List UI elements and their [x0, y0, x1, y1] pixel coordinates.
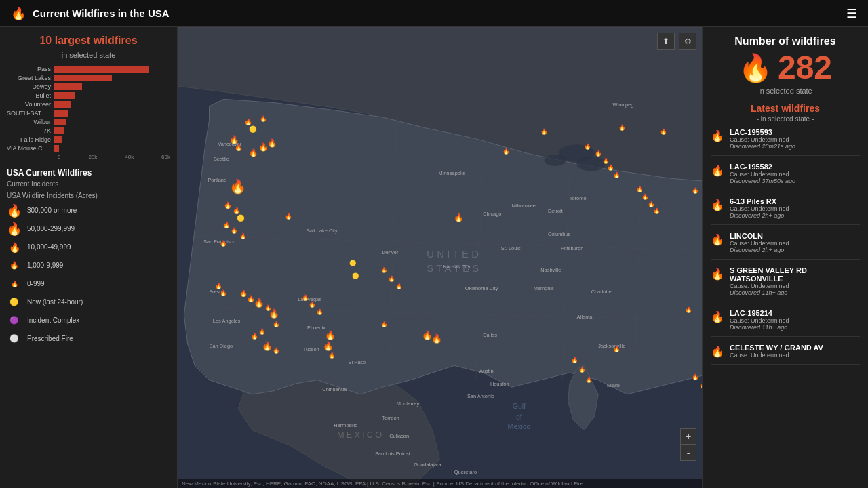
bar-row: Great Lakes — [7, 75, 170, 81]
svg-text:Torreon: Torreon — [382, 415, 399, 421]
wildfire-item[interactable]: 🔥S GREEN VALLEY RD WATSONVILLECause: Und… — [711, 266, 860, 302]
legend-icon: 🔥 — [7, 203, 22, 218]
wildfire-name: LINCOLN — [730, 232, 860, 240]
svg-text:🔥: 🔥 — [636, 186, 644, 193]
wildfire-item[interactable]: 🔥LAC-195214Cause: UndeterminedDiscovered… — [711, 309, 860, 337]
wildfire-fire-icon: 🔥 — [711, 199, 724, 211]
legend-item: 🟡New (last 24-hour) — [7, 295, 170, 310]
fire-icon: 🔥 — [11, 6, 26, 21]
wildfire-item[interactable]: 🔥LAC-195593Cause: UndeterminedDiscovered… — [711, 128, 860, 156]
incidents-subtitle: USA Wildfire Incidents (Acres) — [7, 192, 170, 199]
svg-text:🟡: 🟡 — [352, 272, 359, 280]
bar-row: VIA Mouse Ck be — [7, 145, 170, 152]
legend-label: 300,000 or more — [27, 207, 77, 214]
settings-button[interactable]: ⚙ — [679, 33, 696, 50]
legend-icon: 🔥 — [7, 258, 22, 273]
svg-text:Salt Lake City: Salt Lake City — [307, 228, 338, 234]
wildfire-count-state: in selected state — [711, 87, 860, 95]
svg-text:🔥: 🔥 — [578, 366, 586, 373]
svg-text:Minneapolis: Minneapolis — [438, 170, 465, 176]
wildfire-count-number: 🔥 282 — [711, 52, 860, 84]
legend-item: 🔥300,000 or more — [7, 203, 170, 218]
legend-item: 🔥0-999 — [7, 277, 170, 291]
svg-text:San Diego: San Diego — [210, 343, 233, 349]
svg-text:🔥: 🔥 — [395, 283, 403, 290]
wildfire-item[interactable]: 🔥6-13 Piles RXCause: UndeterminedDiscove… — [711, 197, 860, 225]
wildfire-time: Discovered 2h+ ago — [730, 247, 860, 253]
svg-text:Charlotte: Charlotte — [591, 289, 612, 295]
svg-text:San Antonio: San Antonio — [467, 393, 494, 399]
wildfire-info: LINCOLNCause: UndeterminedDiscovered 2h+… — [730, 232, 860, 253]
svg-text:Seattle: Seattle — [214, 156, 229, 162]
wildfire-fire-icon: 🔥 — [711, 268, 724, 281]
svg-text:🔥: 🔥 — [584, 143, 591, 150]
bar-label: Falls Ridge — [7, 136, 54, 143]
svg-text:🔥: 🔥 — [653, 207, 660, 215]
svg-text:🔥: 🔥 — [692, 187, 699, 195]
svg-text:Miami: Miami — [607, 382, 620, 388]
svg-text:🟡: 🟡 — [349, 260, 357, 267]
svg-text:Hermosillo: Hermosillo — [334, 422, 357, 428]
svg-text:🔥: 🔥 — [260, 115, 267, 123]
wildfire-item[interactable]: 🔥LAC-195582Cause: UndeterminedDiscovered… — [711, 163, 860, 190]
legend-label: 0-999 — [27, 280, 45, 287]
svg-text:🔥: 🔥 — [454, 213, 464, 222]
map-zoom: + - — [680, 428, 696, 461]
menu-icon[interactable]: ☰ — [846, 6, 857, 21]
bar-row: SOUTH-SAT US — [7, 110, 170, 117]
left-panel: 10 largest wildfires - in selected state… — [0, 27, 178, 488]
legend-icon: 🔥 — [7, 277, 22, 291]
wildfire-time: Discovered 11h+ ago — [730, 324, 860, 331]
svg-point-2 — [545, 155, 566, 166]
wildfire-name: S GREEN VALLEY RD WATSONVILLE — [730, 266, 860, 283]
legend-icon: 🟡 — [7, 295, 22, 310]
svg-text:🔥: 🔥 — [328, 352, 336, 359]
wildfire-info: 6-13 Piles RXCause: UndeterminedDiscover… — [730, 197, 860, 219]
legend-item: 🔥1,000-9,999 — [7, 258, 170, 273]
zoom-in-button[interactable]: + — [680, 428, 696, 445]
svg-text:Denver: Denver — [382, 249, 399, 256]
bar-fill — [54, 110, 68, 117]
wildfire-time: Discovered 37m50s ago — [730, 178, 860, 184]
svg-text:🔥: 🔥 — [239, 232, 247, 240]
svg-text:🔥: 🔥 — [540, 128, 548, 136]
svg-text:🔥: 🔥 — [302, 294, 309, 302]
wildfire-cause: Cause: Undetermined — [730, 171, 860, 178]
zoom-out-button[interactable]: - — [680, 445, 696, 461]
wildfire-name: CELESTE WY / GRAND AV — [730, 344, 860, 352]
axis-label: 60k — [161, 154, 170, 160]
svg-text:🔥: 🔥 — [502, 148, 510, 155]
svg-text:🔥: 🔥 — [267, 138, 277, 148]
svg-text:🔥: 🔥 — [380, 321, 388, 328]
wildfire-item[interactable]: 🔥LINCOLNCause: UndeterminedDiscovered 2h… — [711, 232, 860, 260]
bar-row: Wilbur — [7, 119, 170, 125]
share-button[interactable]: ⬆ — [657, 33, 675, 50]
wildfire-item[interactable]: 🔥CELESTE WY / GRAND AVCause: Undetermine… — [711, 344, 860, 365]
wildfire-cause: Cause: Undetermined — [730, 352, 860, 359]
svg-text:🔥: 🔥 — [215, 283, 222, 290]
bar-fill — [54, 119, 66, 125]
header-title: Current Wildfires in the USA — [33, 7, 170, 19]
svg-text:Kansas City: Kansas City — [443, 264, 471, 270]
map-area[interactable]: UNITED STATES Vancouver Seattle Portland… — [178, 27, 702, 488]
svg-text:🔥: 🔥 — [571, 357, 578, 364]
map-controls: ⬆ ⚙ — [657, 33, 696, 50]
svg-text:St. Louis: St. Louis — [501, 245, 521, 251]
wildfire-cause: Cause: Undetermined — [730, 136, 860, 143]
legend-label: 10,000-49,999 — [27, 243, 71, 251]
wildfire-info: S GREEN VALLEY RD WATSONVILLECause: Unde… — [730, 266, 860, 296]
svg-text:UNITED: UNITED — [427, 249, 481, 260]
svg-text:🔥: 🔥 — [229, 178, 247, 195]
legend-label: 1,000-9,999 — [27, 262, 63, 269]
map-svg: UNITED STATES Vancouver Seattle Portland… — [178, 27, 702, 488]
bar-label: Great Lakes — [7, 75, 54, 81]
main-layout: 10 largest wildfires - in selected state… — [0, 27, 868, 488]
wildfire-name: LAC-195582 — [730, 163, 860, 171]
bar-chart: PassGreat LakesDeweyBulletVolunteerSOUTH… — [7, 66, 170, 160]
svg-point-3 — [576, 157, 606, 171]
svg-text:🔥: 🔥 — [222, 221, 231, 229]
svg-text:🔥: 🔥 — [269, 308, 279, 319]
legend-label: Prescribed Fire — [27, 335, 73, 342]
map-attribution: New Mexico State University, Esri, HERE,… — [178, 479, 702, 488]
legend-item: 🟣Incident Complex — [7, 313, 170, 328]
